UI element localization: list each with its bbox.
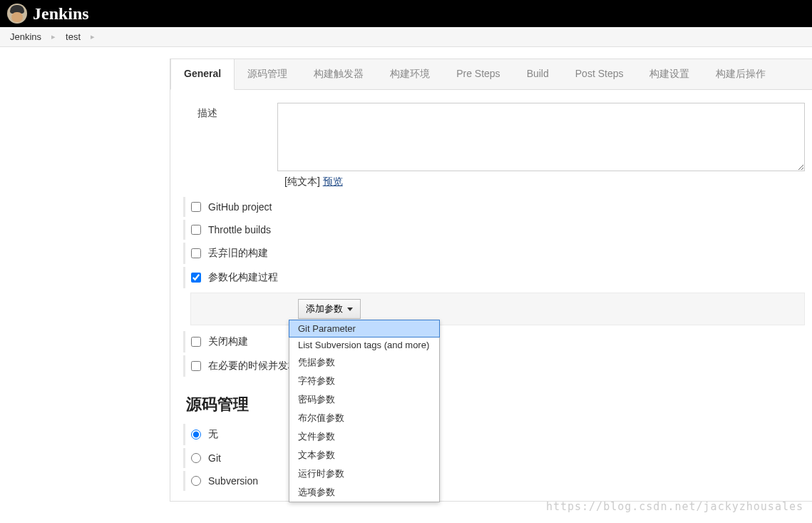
top-header: Jenkins — [0, 0, 812, 27]
breadcrumb: Jenkins ▸ test ▸ — [0, 27, 812, 47]
chevron-right-icon: ▸ — [51, 32, 56, 41]
jenkins-mascot-icon — [7, 4, 27, 24]
breadcrumb-item-test[interactable]: test — [66, 31, 81, 42]
brand-text: Jenkins — [33, 4, 89, 24]
breadcrumb-item-jenkins[interactable]: Jenkins — [10, 31, 41, 42]
chevron-right-icon: ▸ — [91, 32, 95, 41]
jenkins-logo[interactable]: Jenkins — [7, 4, 89, 24]
